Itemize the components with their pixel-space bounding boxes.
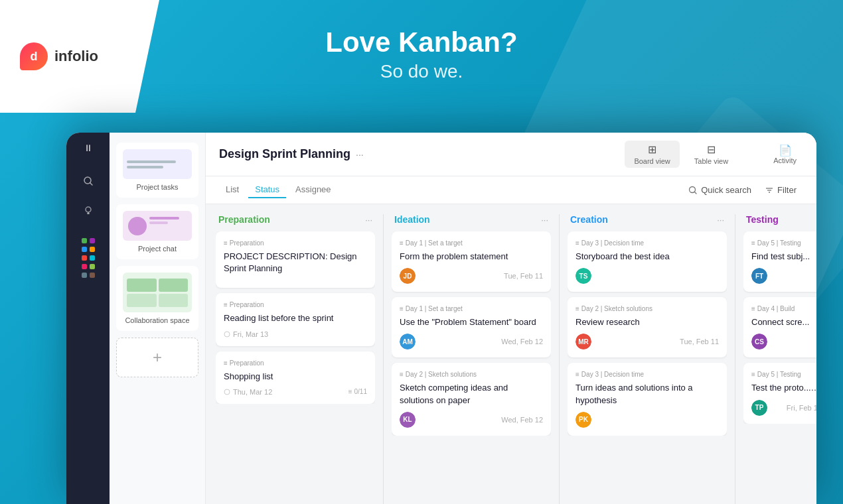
card-find-test-subjects[interactable]: ≡ Day 5 | Testing Find test subj... FT [743, 231, 816, 292]
panel-item-label-tasks: Project tasks [123, 183, 192, 191]
col-title-testing: Testing [746, 214, 816, 225]
search-icon [688, 186, 698, 195]
project-menu-dots[interactable]: ··· [356, 149, 364, 160]
card-tag: ≡ Day 3 | Decision time [575, 239, 719, 247]
board-view-label: Board view [634, 157, 670, 165]
board-view-icon: ⊞ [648, 143, 656, 156]
card-tag: ≡ Day 2 | Sketch solutions [575, 305, 719, 312]
dot-red [82, 255, 87, 261]
card-tag: ≡ Preparation [224, 301, 367, 308]
card-tag: ≡ Day 4 | Build [751, 305, 816, 312]
card-date: Fri, Mar 13 [224, 330, 268, 338]
column-ideation: Ideation ··· ≡ Day 1 | Set a target Form… [392, 214, 551, 504]
card-reading-list[interactable]: ≡ Preparation Reading list before the sp… [216, 293, 375, 346]
panel-item-thumb-tasks [123, 149, 192, 179]
hero-title: Love Kanban? [0, 27, 843, 58]
dot-gray-blue [82, 273, 87, 278]
subbar: List Status Assignee Quick search Filter [206, 176, 816, 204]
card-problem-statement[interactable]: ≡ Day 1 | Set a target Form the problem … [392, 231, 551, 292]
card-connect-screens[interactable]: ≡ Day 4 | Build Connect scre... CS [743, 297, 816, 357]
activity-button[interactable]: 📄 Activity [767, 141, 803, 167]
avatar: KL [400, 412, 416, 428]
col-cards-ideation: ≡ Day 1 | Set a target Form the problem … [392, 231, 551, 436]
card-storyboard[interactable]: ≡ Day 3 | Decision time Storyboard the b… [568, 231, 727, 292]
card-tag: ≡ Day 3 | Decision time [575, 371, 719, 378]
panel-item-label-collab: Collaboration space [123, 316, 192, 324]
sidebar-icon-bulb[interactable] [78, 200, 99, 221]
card-tag: ≡ Day 5 | Testing [751, 239, 816, 247]
dot-light-green [90, 264, 95, 269]
dot-purple [90, 238, 95, 243]
card-footer: KL Wed, Feb 12 [400, 412, 543, 428]
col-menu-ideation[interactable]: ··· [541, 215, 548, 225]
dot-green [82, 238, 87, 243]
card-title: Turn ideas and solutions into a hypothes… [575, 382, 719, 406]
table-view-icon: ⊟ [707, 143, 716, 156]
avatar: CS [751, 334, 767, 349]
col-menu-creation[interactable]: ··· [717, 215, 724, 225]
app-window: ⏸ [66, 133, 816, 504]
hero-subtitle: So do we. [0, 61, 843, 82]
col-title-ideation: Ideation [394, 214, 541, 225]
card-sketch-competing[interactable]: ≡ Day 2 | Sketch solutions Sketch compet… [392, 363, 551, 435]
card-footer: Thu, Mar 12 ≡ 0/11 [224, 388, 367, 396]
add-plus-icon: + [153, 348, 162, 367]
card-date: Tue, Feb 11 [680, 338, 719, 346]
card-footer: Fri, Mar 13 [224, 330, 367, 338]
card-tag: ≡ Day 1 | Set a target [400, 239, 543, 247]
card-project-description[interactable]: ≡ Preparation PROJECT DESCRIPTION: Desig… [216, 231, 375, 288]
activity-label: Activity [773, 157, 797, 164]
card-footer: TS [575, 268, 719, 284]
add-item-button[interactable]: + [116, 338, 198, 377]
card-title: Form the problem statement [400, 251, 543, 263]
table-view-button[interactable]: ⊟ Table view [685, 141, 737, 168]
card-title: PROJECT DESCRIPTION: Design Sprint Plann… [224, 251, 367, 275]
card-title: Test the proto... users [751, 382, 816, 394]
card-tag: ≡ Day 1 | Set a target [400, 305, 543, 312]
card-tag: ≡ Preparation [224, 359, 367, 367]
tab-list[interactable]: List [219, 182, 246, 198]
left-panel: Project tasks Project chat [110, 133, 206, 504]
sidebar-icon-search[interactable] [78, 170, 99, 192]
card-hypothesis[interactable]: ≡ Day 3 | Decision time Turn ideas and s… [568, 363, 727, 435]
col-cards-testing: ≡ Day 5 | Testing Find test subj... FT ≡ [743, 231, 816, 424]
project-title: Design Sprint Planning [219, 147, 350, 161]
column-creation: Creation ··· ≡ Day 3 | Decision time Sto… [568, 214, 727, 504]
card-shopping-list[interactable]: ≡ Preparation Shopping list Thu, Mar 12 … [216, 351, 375, 404]
card-problem-statement-board[interactable]: ≡ Day 1 | Set a target Use the "Problem … [392, 297, 551, 357]
card-review-research[interactable]: ≡ Day 2 | Sketch solutions Review resear… [568, 297, 727, 357]
quick-search-button[interactable]: Quick search [682, 182, 758, 198]
panel-item-project-chat[interactable]: Project chat [116, 204, 198, 259]
board-view-button[interactable]: ⊞ Board view [625, 141, 679, 168]
filter-button[interactable]: Filter [758, 182, 803, 198]
dot-orange [90, 247, 95, 252]
panel-item-project-tasks[interactable]: Project tasks [116, 143, 198, 198]
dot-pink [82, 264, 87, 269]
card-title: Find test subj... [751, 251, 816, 263]
card-date: Thu, Mar 12 [224, 388, 272, 396]
card-footer: MR Tue, Feb 11 [575, 334, 719, 349]
tab-assignee[interactable]: Assignee [289, 182, 337, 198]
dot-brown [90, 273, 95, 278]
avatar: AM [400, 334, 416, 349]
table-view-label: Table view [694, 157, 728, 165]
col-menu-preparation[interactable]: ··· [365, 215, 372, 225]
card-date: Wed, Feb 12 [501, 416, 543, 424]
panel-item-collaboration[interactable]: Collaboration space [116, 266, 198, 331]
tab-status[interactable]: Status [248, 182, 286, 198]
card-date: Tue, Feb 11 [504, 272, 543, 280]
panel-item-label-chat: Project chat [123, 245, 192, 253]
col-cards-preparation: ≡ Preparation PROJECT DESCRIPTION: Desig… [216, 231, 375, 404]
card-title: Shopping list [224, 371, 367, 383]
avatar: TS [575, 268, 591, 284]
sidebar-toggle[interactable]: ⏸ [84, 143, 93, 153]
card-tag: ≡ Day 2 | Sketch solutions [400, 371, 543, 378]
card-test-prototype[interactable]: ≡ Day 5 | Testing Test the proto... user… [743, 363, 816, 423]
sidebar-dots [82, 238, 95, 278]
card-title: Review research [575, 316, 719, 328]
card-tag: ≡ Preparation [224, 239, 367, 247]
avatar: PK [575, 412, 591, 428]
card-title: Reading list before the sprint [224, 312, 367, 324]
card-date: Wed, Feb 12 [501, 338, 543, 346]
avatar: JD [400, 268, 416, 284]
